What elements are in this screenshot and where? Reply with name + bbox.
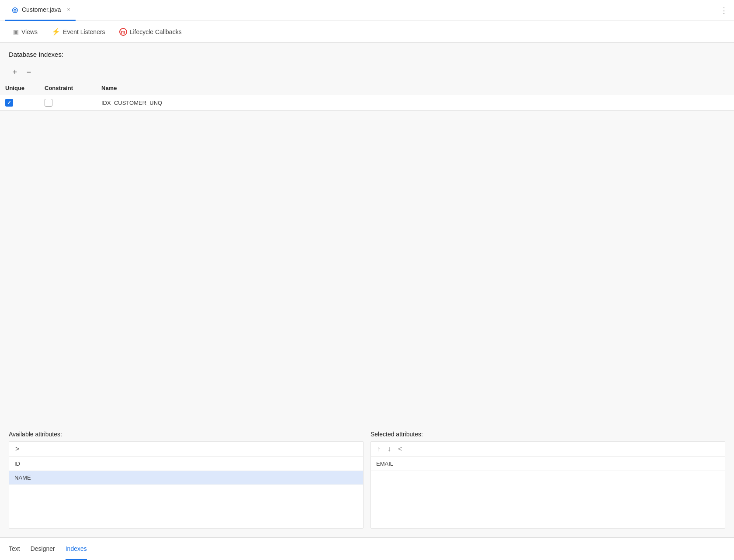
bottom-tab-designer-label: Designer xyxy=(31,545,55,552)
tab-views[interactable]: ▣ Views xyxy=(7,25,44,39)
file-tab-icon: ◎ xyxy=(10,5,19,14)
move-down-button[interactable]: ↓ xyxy=(386,444,393,454)
index-toolbar-actions: + − xyxy=(0,63,734,81)
views-icon: ▣ xyxy=(13,28,19,35)
tab-event-listeners[interactable]: ⚡ Event Listeners xyxy=(45,24,111,39)
title-bar-left: ◎ Customer.java × xyxy=(5,0,76,21)
remove-index-button[interactable]: − xyxy=(23,66,35,78)
event-listeners-icon: ⚡ xyxy=(52,28,60,36)
toolbar: ▣ Views ⚡ Event Listeners m Lifecycle Ca… xyxy=(0,21,734,43)
unique-checkbox[interactable] xyxy=(5,99,13,107)
cell-name: IDX_CUSTOMER_UNQ xyxy=(96,95,734,111)
tab-views-label: Views xyxy=(21,28,38,35)
main-content: Database Indexes: + − Unique Constraint … xyxy=(0,43,734,537)
bottom-tab-indexes-label: Indexes xyxy=(66,545,87,552)
attribute-item-name-label: NAME xyxy=(14,474,31,481)
selected-attribute-item-email-label: EMAIL xyxy=(376,460,393,467)
database-indexes-header: Database Indexes: xyxy=(0,43,734,63)
col-header-unique: Unique xyxy=(0,81,39,95)
available-attributes-panel: Available attributes: > ID NAME xyxy=(9,431,364,529)
add-index-button[interactable]: + xyxy=(9,66,21,78)
tab-lifecycle-callbacks-label: Lifecycle Callbacks xyxy=(130,28,182,35)
table-empty-space xyxy=(0,111,734,431)
cell-constraint xyxy=(39,95,96,111)
move-left-button[interactable]: < xyxy=(396,444,404,454)
bottom-tab-designer[interactable]: Designer xyxy=(31,538,55,560)
available-attributes-box: > ID NAME xyxy=(9,441,364,529)
cell-unique xyxy=(0,95,39,111)
tab-close-button[interactable]: × xyxy=(67,7,70,12)
tab-event-listeners-label: Event Listeners xyxy=(63,28,105,35)
bottom-tab-text[interactable]: Text xyxy=(9,538,20,560)
bottom-tab-bar: Text Designer Indexes xyxy=(0,537,734,560)
more-options-button[interactable]: ⋮ xyxy=(720,6,729,15)
bottom-tab-text-label: Text xyxy=(9,545,20,552)
index-table: Unique Constraint Name IDX_CUSTOMER_UNQ xyxy=(0,81,734,111)
file-tab-label: Customer.java xyxy=(22,6,61,13)
selected-attributes-toolbar: ↑ ↓ < xyxy=(371,442,725,457)
database-indexes-label: Database Indexes: xyxy=(9,51,63,58)
col-header-name: Name xyxy=(96,81,734,95)
available-attributes-label: Available attributes: xyxy=(9,431,364,438)
attribute-item-id[interactable]: ID xyxy=(9,457,363,471)
available-attributes-toolbar: > xyxy=(9,442,363,457)
attributes-section: Available attributes: > ID NAME Selected… xyxy=(0,431,734,537)
table-header-row: Unique Constraint Name xyxy=(0,81,734,95)
move-right-button[interactable]: > xyxy=(14,444,21,454)
attribute-item-id-label: ID xyxy=(14,460,20,467)
move-up-button[interactable]: ↑ xyxy=(375,444,382,454)
bottom-tab-indexes[interactable]: Indexes xyxy=(66,538,87,560)
tab-lifecycle-callbacks[interactable]: m Lifecycle Callbacks xyxy=(113,24,188,39)
title-bar: ◎ Customer.java × ⋮ xyxy=(0,0,734,21)
table-row: IDX_CUSTOMER_UNQ xyxy=(0,95,734,111)
selected-attribute-item-email[interactable]: EMAIL xyxy=(371,457,725,471)
selected-attributes-box: ↑ ↓ < EMAIL xyxy=(370,441,725,529)
selected-attributes-label: Selected attributes: xyxy=(370,431,725,438)
index-table-container: Unique Constraint Name IDX_CUSTOMER_UNQ xyxy=(0,81,734,111)
file-tab[interactable]: ◎ Customer.java × xyxy=(5,0,76,21)
lifecycle-icon: m xyxy=(119,28,127,36)
constraint-checkbox[interactable] xyxy=(45,99,52,107)
attribute-item-name[interactable]: NAME xyxy=(9,471,363,485)
selected-attributes-panel: Selected attributes: ↑ ↓ < EMAIL xyxy=(370,431,725,529)
col-header-constraint: Constraint xyxy=(39,81,96,95)
